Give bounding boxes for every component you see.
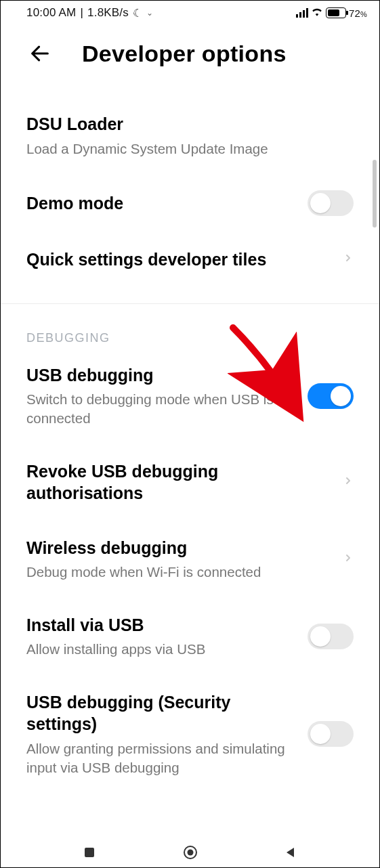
item-subtitle: Allow granting permissions and simulatin… (26, 739, 294, 777)
status-left: 10:00 AM | 1.8KB/s ☾ ⌄ (26, 6, 153, 20)
wifi-icon (311, 6, 323, 20)
battery-percent: 72% (349, 7, 367, 19)
item-subtitle: Debug mode when Wi-Fi is connected (26, 563, 329, 582)
status-caret-icon: ⌄ (146, 8, 153, 18)
item-title: DSU Loader (26, 113, 354, 135)
triangle-left-icon (284, 846, 297, 859)
item-subtitle: Allow installing apps via USB (26, 640, 294, 659)
section-header-debugging: DEBUGGING (26, 304, 354, 348)
item-usb-debugging-security[interactable]: USB debugging (Security settings) Allow … (26, 675, 354, 781)
arrow-left-icon (28, 42, 51, 65)
status-separator: | (80, 6, 83, 20)
item-title: USB debugging (Security settings) (26, 691, 294, 735)
page-title: Developer options (82, 41, 287, 67)
item-title: Revoke USB debugging authorisations (26, 460, 329, 504)
svg-rect-0 (85, 848, 94, 857)
item-subtitle: Load a Dynamic System Update Image (26, 139, 354, 158)
svg-point-2 (187, 850, 193, 856)
circle-icon (183, 845, 198, 860)
item-usb-debugging[interactable]: USB debugging Switch to debugging mode w… (26, 348, 354, 444)
item-dsu-loader[interactable]: DSU Loader Load a Dynamic System Update … (26, 97, 354, 174)
item-quick-settings-tiles[interactable]: Quick settings developer tiles (26, 232, 354, 287)
item-wireless-debugging[interactable]: Wireless debugging Debug mode when Wi-Fi… (26, 521, 354, 598)
toggle-usb-debugging-security[interactable] (308, 721, 354, 747)
status-time: 10:00 AM (26, 6, 76, 20)
nav-recents-button[interactable] (77, 840, 102, 865)
item-demo-mode[interactable]: Demo mode (26, 174, 354, 232)
battery-icon (326, 7, 346, 18)
chevron-right-icon (343, 550, 354, 569)
square-icon (84, 847, 95, 858)
item-title: Demo mode (26, 192, 294, 215)
status-bar: 10:00 AM | 1.8KB/s ☾ ⌄ 72% (1, 1, 379, 25)
item-title: Quick settings developer tiles (26, 248, 329, 271)
nav-back-button[interactable] (278, 840, 303, 865)
app-header: Developer options (1, 25, 379, 97)
toggle-usb-debugging[interactable] (308, 383, 354, 409)
item-install-via-usb[interactable]: Install via USB Allow installing apps vi… (26, 598, 354, 675)
dnd-moon-icon: ☾ (133, 7, 142, 20)
toggle-demo-mode[interactable] (308, 190, 354, 216)
item-title: Wireless debugging (26, 537, 329, 559)
chevron-right-icon (343, 250, 354, 269)
signal-icon (296, 8, 308, 18)
item-title: Install via USB (26, 614, 294, 636)
status-net-speed: 1.8KB/s (87, 6, 129, 20)
item-subtitle: Switch to debugging mode when USB is con… (26, 390, 294, 427)
item-revoke-usb-auth[interactable]: Revoke USB debugging authorisations (26, 444, 354, 521)
scrollbar[interactable] (373, 160, 377, 227)
nav-home-button[interactable] (178, 840, 203, 865)
chevron-right-icon (343, 473, 354, 492)
back-button[interactable] (26, 40, 54, 67)
toggle-install-via-usb[interactable] (308, 624, 354, 649)
item-title: USB debugging (26, 364, 294, 387)
nav-bar (1, 838, 379, 867)
settings-list: DSU Loader Load a Dynamic System Update … (1, 97, 379, 781)
status-right: 72% (296, 6, 367, 20)
